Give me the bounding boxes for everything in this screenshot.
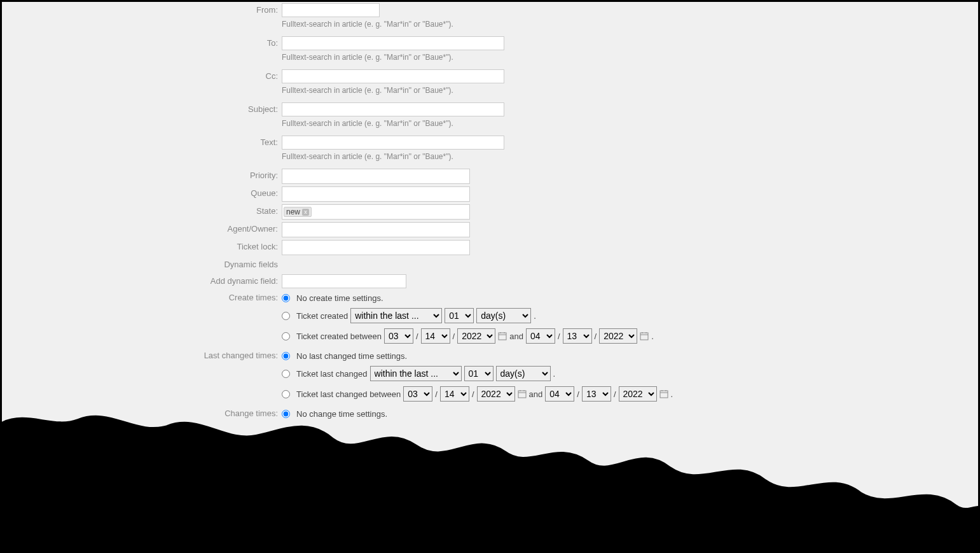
lastchanged-end-month-select[interactable]: 04 bbox=[545, 386, 574, 402]
svg-rect-0 bbox=[499, 333, 506, 340]
row-cc: Cc: Fulltext-search in article (e. g. "M… bbox=[2, 69, 978, 100]
to-hint: Fulltext-search in article (e. g. "Mar*i… bbox=[282, 53, 978, 62]
state-select[interactable]: new x bbox=[282, 204, 470, 220]
label-subject: Subject: bbox=[2, 102, 282, 116]
row-change-times: Change times: No change time settings. bbox=[2, 407, 978, 421]
radio-create-within[interactable] bbox=[282, 312, 290, 320]
remove-tag-icon[interactable]: x bbox=[302, 209, 309, 216]
svg-rect-8 bbox=[518, 391, 526, 398]
row-from: From: Fulltext-search in article (e. g. … bbox=[2, 3, 978, 34]
row-last-changed-times: Last changed times: No last changed time… bbox=[2, 349, 978, 404]
label-state: State: bbox=[2, 204, 282, 218]
create-end-month-select[interactable]: 04 bbox=[526, 328, 555, 344]
label-agent-owner: Agent/Owner: bbox=[2, 222, 282, 236]
calendar-icon[interactable] bbox=[640, 332, 649, 340]
create-within-unit-select[interactable]: day(s) bbox=[476, 308, 531, 323]
calendar-icon[interactable] bbox=[659, 389, 668, 398]
create-end-year-select[interactable]: 2022 bbox=[599, 328, 637, 344]
label-to: To: bbox=[2, 36, 282, 50]
label-cc: Cc: bbox=[2, 69, 282, 83]
from-input[interactable] bbox=[282, 3, 380, 17]
state-tag-label: new bbox=[286, 207, 300, 216]
cc-input[interactable] bbox=[282, 69, 504, 83]
lastchanged-start-day-select[interactable]: 14 bbox=[440, 386, 469, 402]
create-within-range-select[interactable]: within the last ... bbox=[350, 308, 442, 323]
create-between-label: Ticket created between bbox=[296, 332, 382, 341]
radio-create-between[interactable] bbox=[282, 332, 290, 340]
and-label: and bbox=[529, 389, 543, 399]
agent-owner-select[interactable] bbox=[282, 222, 470, 237]
lastchanged-within-range-select[interactable]: within the last ... bbox=[370, 366, 462, 381]
lastchanged-end-year-select[interactable]: 2022 bbox=[619, 386, 657, 402]
label-priority: Priority: bbox=[2, 169, 282, 183]
radio-change-none[interactable] bbox=[282, 410, 290, 418]
create-within-label: Ticket created bbox=[296, 311, 348, 321]
label-queue: Queue: bbox=[2, 186, 282, 200]
create-end-day-select[interactable]: 13 bbox=[563, 328, 592, 344]
label-text: Text: bbox=[2, 136, 282, 150]
and-label: and bbox=[509, 332, 523, 341]
cc-hint: Fulltext-search in article (e. g. "Mar*i… bbox=[282, 86, 978, 95]
lastchanged-within-count-select[interactable]: 01 bbox=[464, 366, 493, 381]
row-priority: Priority: bbox=[2, 169, 978, 184]
subject-input[interactable] bbox=[282, 102, 504, 116]
calendar-icon[interactable] bbox=[518, 389, 527, 398]
lastchanged-within-label: Ticket last changed bbox=[296, 369, 368, 379]
row-to: To: Fulltext-search in article (e. g. "M… bbox=[2, 36, 978, 67]
radio-lastchanged-within[interactable] bbox=[282, 370, 290, 378]
priority-select[interactable] bbox=[282, 169, 470, 184]
create-start-day-select[interactable]: 14 bbox=[421, 328, 450, 344]
to-input[interactable] bbox=[282, 36, 504, 50]
row-ticket-lock: Ticket lock: bbox=[2, 240, 978, 255]
label-create-times: Create times: bbox=[2, 291, 282, 305]
lastchanged-start-year-select[interactable]: 2022 bbox=[477, 386, 515, 402]
row-state: State: new x bbox=[2, 204, 978, 220]
state-tag-new: new x bbox=[284, 207, 312, 217]
dot: . bbox=[651, 332, 654, 341]
queue-select[interactable] bbox=[282, 186, 470, 202]
svg-rect-4 bbox=[640, 333, 648, 340]
create-start-month-select[interactable]: 03 bbox=[384, 328, 413, 344]
calendar-icon[interactable] bbox=[498, 332, 507, 340]
change-none-label: No change time settings. bbox=[296, 409, 387, 419]
row-create-times: Create times: No create time settings. T… bbox=[2, 291, 978, 346]
row-agent-owner: Agent/Owner: bbox=[2, 222, 978, 237]
label-dynamic-fields: Dynamic fields bbox=[2, 258, 282, 272]
row-subject: Subject: Fulltext-search in article (e. … bbox=[2, 102, 978, 133]
lastchanged-none-label: No last changed time settings. bbox=[296, 351, 407, 361]
lastchanged-within-unit-select[interactable]: day(s) bbox=[496, 366, 551, 381]
label-from: From: bbox=[2, 3, 282, 17]
create-start-year-select[interactable]: 2022 bbox=[457, 328, 495, 344]
label-ticket-lock: Ticket lock: bbox=[2, 240, 282, 254]
radio-lastchanged-none[interactable] bbox=[282, 352, 290, 360]
svg-rect-12 bbox=[660, 391, 668, 398]
label-change-times: Change times: bbox=[2, 407, 282, 421]
add-dynamic-field-input[interactable] bbox=[282, 274, 406, 288]
radio-lastchanged-between[interactable] bbox=[282, 390, 290, 398]
dot: . bbox=[553, 369, 556, 379]
lastchanged-between-label: Ticket last changed between bbox=[296, 389, 401, 399]
subject-hint: Fulltext-search in article (e. g. "Mar*i… bbox=[282, 119, 978, 128]
dot: . bbox=[671, 389, 673, 399]
text-input[interactable] bbox=[282, 136, 504, 150]
lastchanged-start-month-select[interactable]: 03 bbox=[403, 386, 432, 402]
ticket-lock-select[interactable] bbox=[282, 240, 470, 255]
radio-create-none[interactable] bbox=[282, 294, 290, 302]
from-hint: Fulltext-search in article (e. g. "Mar*i… bbox=[282, 20, 978, 29]
row-text: Text: Fulltext-search in article (e. g. … bbox=[2, 136, 978, 166]
label-add-dynamic-field: Add dynamic field: bbox=[2, 274, 282, 288]
row-add-dynamic-field: Add dynamic field: bbox=[2, 274, 978, 288]
text-hint: Fulltext-search in article (e. g. "Mar*i… bbox=[282, 152, 978, 161]
create-none-label: No create time settings. bbox=[296, 293, 383, 303]
lastchanged-end-day-select[interactable]: 13 bbox=[582, 386, 611, 402]
label-last-changed-times: Last changed times: bbox=[2, 349, 282, 363]
dot: . bbox=[534, 311, 536, 321]
row-queue: Queue: bbox=[2, 186, 978, 202]
search-form: From: Fulltext-search in article (e. g. … bbox=[2, 2, 978, 421]
row-dynamic-fields: Dynamic fields bbox=[2, 258, 978, 272]
create-within-count-select[interactable]: 01 bbox=[445, 308, 474, 323]
